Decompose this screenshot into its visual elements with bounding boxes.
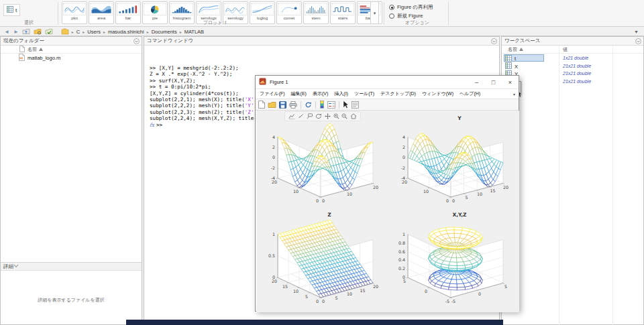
gallery-expand-button[interactable]: ▾	[370, 1, 379, 24]
panel-menu-icon[interactable]	[133, 38, 140, 46]
svg-text:-4: -4	[271, 176, 275, 180]
breadcrumb-item[interactable]: MATLAB	[184, 29, 204, 35]
svg-text:0: 0	[425, 289, 427, 294]
zoom-out-icon[interactable]	[341, 113, 347, 119]
edit-plot-icon[interactable]	[343, 101, 349, 109]
variable-value: 1x21 double	[563, 56, 588, 60]
svg-text:15: 15	[282, 284, 288, 289]
variable-value: 21x21 double	[563, 64, 591, 68]
option-radio-new-figure[interactable]: 新規 Figure	[389, 13, 423, 19]
breadcrumb-item[interactable]: Users	[87, 29, 101, 35]
plot-type-area[interactable]: area	[89, 1, 114, 24]
datatips-icon[interactable]	[306, 113, 313, 119]
figure-menu-item[interactable]: デスクトップ(D)	[380, 90, 416, 97]
breadcrumb-item[interactable]: masuda.shinichi	[108, 29, 144, 35]
back-arrow-icon[interactable]: ◄	[4, 29, 9, 35]
svg-text:5: 5	[403, 279, 406, 283]
figure-menu-item[interactable]: ファイル(F)	[260, 90, 285, 97]
plot-type-bar[interactable]: bar	[115, 1, 141, 24]
column-divider[interactable]	[612, 46, 613, 325]
brush-icon[interactable]	[298, 113, 304, 119]
zoom-in-icon[interactable]	[333, 113, 339, 119]
svg-text:0: 0	[316, 198, 319, 203]
print-icon[interactable]	[289, 101, 297, 109]
svg-text:20: 20	[272, 279, 277, 283]
svg-text:20: 20	[272, 180, 277, 184]
panel-menu-icon[interactable]	[491, 38, 497, 46]
plot-type-stem[interactable]: stem	[303, 1, 329, 24]
selected-variable-chip[interactable]: t	[3, 4, 20, 16]
svg-text:0.2: 0.2	[398, 266, 405, 271]
insert-colorbar-icon[interactable]	[319, 101, 325, 109]
folder-column-header[interactable]: 名前	[1, 46, 142, 54]
figure-menu-item[interactable]: ヘルプ(H)	[460, 90, 480, 97]
axes-toolbar	[284, 111, 361, 121]
svg-text:10: 10	[347, 291, 352, 296]
menu-overflow-icon[interactable]: ▾	[513, 92, 515, 96]
open-file-icon[interactable]	[268, 101, 276, 109]
export-icon[interactable]	[288, 113, 295, 119]
fx-icon: fx	[150, 122, 154, 128]
figure-canvas[interactable]: 0102001020-4-2024X0510152001020-4-2024Y0…	[256, 111, 519, 312]
plot-type-label: pie	[143, 16, 167, 20]
new-figure-icon[interactable]	[258, 101, 265, 109]
selected-variable-label: t	[15, 7, 17, 13]
folder-browse-icon[interactable]	[34, 28, 42, 35]
insert-legend-icon[interactable]	[327, 101, 335, 109]
svg-text:15: 15	[360, 288, 365, 293]
svg-text:0.4: 0.4	[398, 257, 405, 262]
link-plot-icon[interactable]	[305, 101, 312, 109]
workspace-variable-t[interactable]: t	[505, 55, 516, 62]
command-window-header: コマンドウィンドウ	[144, 37, 499, 46]
svg-text:0: 0	[272, 155, 275, 159]
save-figure-icon[interactable]	[279, 101, 286, 109]
plot-type-label: comet	[277, 16, 301, 20]
workspace-variable-X[interactable]: X	[505, 63, 518, 70]
panel-menu-icon[interactable]	[635, 38, 641, 46]
pan-icon[interactable]	[325, 113, 331, 119]
subplot-title: Z	[327, 212, 331, 218]
breadcrumb-item[interactable]: Documents	[152, 29, 177, 35]
plot-type-plot[interactable]: plot	[62, 1, 87, 24]
folder-search-icon[interactable]	[45, 28, 53, 35]
plot-type-histogram[interactable]: histogram	[169, 1, 195, 24]
file-row-matlab-logo[interactable]: matlab_logo.m	[1, 54, 142, 62]
plot-type-comet[interactable]: comet	[276, 1, 302, 24]
maximize-button[interactable]: □	[485, 76, 502, 89]
minimize-button[interactable]: –	[468, 76, 485, 89]
details-placeholder: 詳細を表示するファイルを選択	[1, 297, 142, 304]
figure-menu-item[interactable]: ウィンドウ(W)	[422, 90, 453, 97]
plot-type-loglog[interactable]: loglog	[250, 1, 275, 24]
svg-text:-2: -2	[271, 166, 275, 170]
svg-text:15: 15	[490, 188, 495, 193]
rotate3d-icon[interactable]	[315, 113, 322, 119]
close-button[interactable]: ×	[502, 76, 519, 89]
option-radio-reuse-figure[interactable]: Figure の再利用	[389, 4, 433, 11]
figure-menu-item[interactable]: 表示(V)	[313, 90, 328, 97]
home-icon[interactable]	[350, 113, 357, 119]
plot-type-pie[interactable]: pie	[142, 1, 168, 24]
figure-menu-item[interactable]: 挿入(I)	[334, 90, 348, 97]
subplot-title: X,Y,Z	[452, 212, 467, 218]
property-inspector-icon[interactable]	[352, 101, 359, 109]
svg-text:2: 2	[402, 145, 405, 149]
figure-menu-item[interactable]: ツール(T)	[354, 90, 374, 97]
plot-type-label: semilogy	[223, 16, 248, 20]
plot-type-stairs[interactable]: stairs	[330, 1, 356, 24]
figure-titlebar[interactable]: Figure 1 – □ ×	[256, 76, 519, 89]
svg-text:5: 5	[465, 195, 468, 200]
figure-menu-item[interactable]: 編集(E)	[291, 90, 307, 97]
variable-grid-icon	[7, 6, 13, 14]
address-dropdown-icon[interactable]: ▼	[634, 29, 639, 34]
mfile-icon	[19, 54, 25, 62]
svg-text:0: 0	[322, 299, 325, 304]
breadcrumb-item[interactable]: C	[76, 29, 80, 35]
chevron-down-icon[interactable]	[13, 263, 19, 269]
breadcrumb-separator-icon: ▸	[103, 30, 105, 34]
details-title: 詳細	[3, 263, 13, 270]
details-header[interactable]: 詳細	[1, 262, 142, 271]
folder-up-icon[interactable]	[22, 28, 30, 35]
column-divider[interactable]	[559, 46, 559, 325]
workspace-column-header[interactable]: 名前 値	[502, 46, 643, 54]
forward-arrow-icon[interactable]: ►	[13, 29, 19, 35]
